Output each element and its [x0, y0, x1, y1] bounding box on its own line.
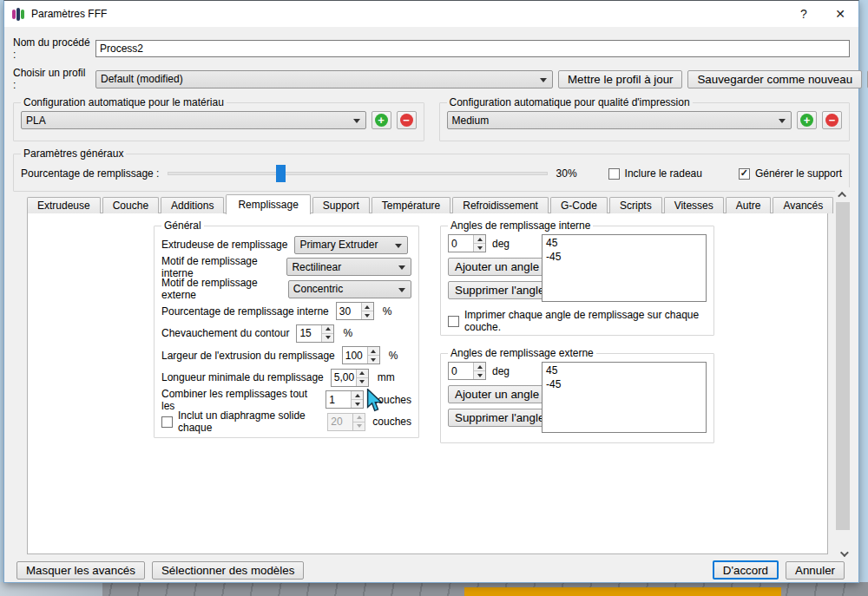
spin-arrows-icon[interactable] [361, 303, 373, 319]
external-remove-angle-button[interactable]: Supprimer l'angle [448, 409, 551, 427]
process-name-value: Process2 [100, 43, 143, 55]
list-item[interactable]: 45 [546, 236, 702, 250]
tab-couche[interactable]: Couche [102, 197, 159, 213]
tab-autre[interactable]: Autre [726, 197, 772, 213]
slider-handle[interactable] [276, 165, 286, 182]
external-angles-title: Angles de remplissage externe [448, 347, 596, 359]
list-item[interactable]: -45 [546, 250, 702, 264]
external-add-angle-button[interactable]: Ajouter un angle [448, 385, 546, 403]
tab-remplissage[interactable]: Remplissage [226, 194, 310, 214]
dropdown-arrow-icon [398, 265, 405, 270]
internal-percent-spinbox[interactable]: 30 [336, 302, 374, 320]
general-settings-title: Paramètres généraux [21, 147, 126, 160]
remove-material-button[interactable]: − [397, 111, 417, 129]
viewport-orange-object [464, 587, 781, 596]
internal-pattern-label: Motif de remplissage interne [161, 255, 279, 279]
external-pattern-label: Motif de remplissage externe [161, 277, 281, 301]
spin-arrows-icon[interactable] [321, 325, 333, 342]
tab-temperature[interactable]: Température [372, 197, 450, 213]
tab-scripts[interactable]: Scripts [609, 197, 662, 213]
extrusion-width-spinbox[interactable]: 100 [342, 346, 380, 364]
external-angle-unit: deg [492, 365, 510, 377]
external-angle-value: 0 [449, 363, 473, 379]
combine-infill-label: Combiner les remplissages tout les [161, 388, 319, 412]
tab-gcode[interactable]: G-Code [550, 197, 608, 213]
remove-quality-button[interactable]: − [822, 111, 842, 129]
spin-arrows-icon[interactable] [367, 347, 379, 363]
add-material-button[interactable]: + [372, 111, 391, 129]
auto-quality-title: Configuration automatique pour qualité d… [447, 96, 693, 108]
combine-infill-value: 1 [326, 391, 351, 408]
extrusion-width-unit: % [389, 350, 398, 362]
external-angles-group: Angles de remplissage externe 0 deg Ajou… [440, 347, 714, 443]
fill-general-group: Général Extrudeuse de remplissage Primar… [154, 219, 419, 438]
spin-arrows-icon[interactable] [351, 391, 363, 408]
update-profile-button[interactable]: Mettre le profil à jour [558, 70, 682, 88]
diaphragm-checkbox[interactable] [161, 416, 173, 428]
infill-extruder-select[interactable]: Primary Extruder [294, 236, 408, 254]
internal-angle-spinbox[interactable]: 0 [448, 234, 486, 252]
ok-button[interactable]: D'accord [713, 560, 779, 580]
external-pattern-value: Concentric [293, 283, 343, 295]
spin-arrows-icon[interactable] [356, 370, 368, 386]
combine-infill-spinbox[interactable]: 1 [326, 390, 364, 409]
hide-advanced-button[interactable]: Masquer les avancés [16, 561, 145, 580]
external-angle-spinbox[interactable]: 0 [448, 362, 486, 380]
tab-vitesses[interactable]: Vitesses [664, 197, 724, 213]
cancel-button[interactable]: Annuler [786, 561, 845, 580]
diaphragm-label: Inclut un diaphragme solide chaque [178, 409, 322, 434]
list-item[interactable]: 45 [546, 363, 702, 377]
scroll-up-button[interactable] [835, 187, 851, 201]
spin-arrows-icon[interactable] [473, 363, 485, 379]
outline-overlap-label: Chevauchement du contour [161, 327, 289, 339]
add-quality-button[interactable]: + [797, 111, 817, 129]
scroll-down-button[interactable] [835, 547, 851, 560]
infill-slider[interactable] [168, 165, 547, 182]
infill-extruder-label: Extrudeuse de remplissage [161, 239, 287, 251]
help-button[interactable]: ? [786, 1, 822, 27]
internal-pattern-select[interactable]: Rectilinear [286, 258, 411, 276]
close-button[interactable]: ✕ [822, 1, 858, 27]
internal-angles-group: Angles de remplissage interne 0 deg Ajou… [440, 219, 714, 336]
min-length-unit: mm [378, 371, 395, 383]
remplissage-tab-pane: Général Extrudeuse de remplissage Primar… [27, 213, 828, 554]
tab-refroidissement[interactable]: Refroidissement [452, 197, 549, 213]
process-name-input[interactable]: Process2 [95, 40, 850, 57]
title-bar[interactable]: Paramètres FFF ? ✕ [4, 1, 858, 27]
tab-additions[interactable]: Additions [161, 197, 224, 213]
spin-arrows-icon[interactable] [473, 235, 485, 252]
profile-select[interactable]: Default (modified) [95, 70, 553, 88]
vertical-scrollbar[interactable] [835, 187, 851, 560]
external-pattern-select[interactable]: Concentric [288, 280, 411, 298]
plus-icon: + [375, 114, 388, 127]
quality-select[interactable]: Medium [447, 111, 792, 129]
tab-avances[interactable]: Avancés [773, 197, 833, 213]
internal-pattern-value: Rectilinear [292, 261, 341, 273]
include-raft-label: Inclure le radeau [625, 167, 702, 180]
min-length-label: Longueur minimale du remplissage [161, 371, 324, 383]
min-length-spinbox[interactable]: 5,00 [331, 369, 369, 387]
internal-angles-list[interactable]: 45 -45 [542, 234, 707, 302]
include-raft-checkbox[interactable] [608, 168, 620, 180]
outline-overlap-spinbox[interactable]: 15 [296, 324, 334, 343]
internal-remove-angle-button[interactable]: Supprimer l'angle [448, 281, 551, 299]
save-as-new-button[interactable]: Sauvegarder comme nouveau [687, 70, 862, 88]
outline-overlap-unit: % [343, 327, 352, 339]
generate-support-checkbox[interactable] [739, 168, 750, 180]
dropdown-arrow-icon [395, 244, 402, 248]
dropdown-arrow-icon [540, 78, 547, 82]
tab-extrudeuse[interactable]: Extrudeuse [27, 197, 101, 213]
list-item[interactable]: -45 [546, 377, 702, 391]
internal-add-angle-button[interactable]: Ajouter un angle [448, 258, 546, 276]
infill-percentage-value: 30% [556, 167, 586, 180]
scrollbar-thumb[interactable] [836, 202, 850, 530]
material-select[interactable]: PLA [21, 111, 366, 129]
per-layer-angle-checkbox[interactable] [448, 316, 459, 327]
external-angles-list[interactable]: 45 -45 [542, 362, 707, 433]
profile-value: Default (modified) [101, 73, 183, 85]
auto-material-title: Configuration automatique pour le matéri… [21, 96, 227, 108]
chevron-down-icon [839, 548, 848, 557]
tab-support[interactable]: Support [312, 197, 370, 213]
select-models-button[interactable]: Sélectionner des modèles [152, 561, 304, 580]
slider-track[interactable] [168, 172, 547, 175]
